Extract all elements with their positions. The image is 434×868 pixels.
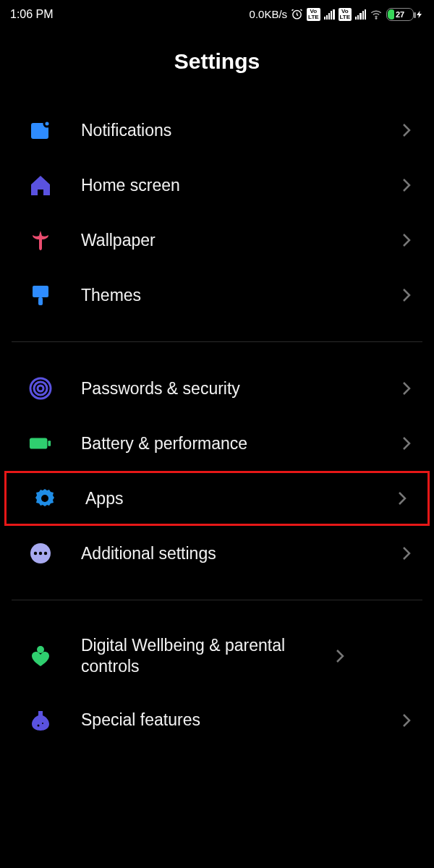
chevron-right-icon — [401, 712, 412, 729]
row-label: Passwords & security — [81, 378, 401, 399]
row-label: Apps — [85, 488, 396, 509]
svg-point-6 — [38, 386, 43, 391]
notifications-icon — [25, 119, 56, 142]
row-wallpaper[interactable]: Wallpaper — [0, 213, 434, 268]
row-label: Home screen — [81, 175, 401, 196]
home-icon — [25, 174, 56, 197]
row-themes[interactable]: Themes — [0, 268, 434, 323]
chevron-right-icon — [401, 545, 412, 562]
row-apps[interactable]: Apps — [4, 471, 430, 526]
svg-rect-4 — [33, 286, 48, 297]
svg-point-16 — [37, 646, 44, 653]
row-label: Digital Wellbeing & parental controls — [81, 635, 334, 677]
svg-rect-9 — [30, 438, 47, 448]
more-icon — [25, 542, 56, 565]
row-passwords-security[interactable]: Passwords & security — [0, 361, 434, 416]
svg-point-11 — [41, 495, 48, 502]
wifi-icon — [370, 8, 383, 21]
row-label: Themes — [81, 285, 401, 306]
status-time: 1:06 PM — [10, 8, 54, 21]
svg-rect-10 — [48, 441, 51, 446]
chevron-right-icon — [401, 122, 412, 139]
svg-point-3 — [44, 121, 50, 127]
charging-icon — [415, 9, 424, 20]
chevron-right-icon — [396, 490, 408, 507]
divider — [12, 341, 422, 342]
row-digital-wellbeing[interactable]: Digital Wellbeing & parental controls — [0, 619, 434, 693]
svg-point-18 — [42, 723, 43, 724]
row-label: Wallpaper — [81, 230, 401, 251]
svg-point-14 — [39, 552, 42, 555]
svg-point-7 — [34, 382, 47, 395]
battery-icon — [25, 432, 56, 455]
settings-section-1: Notifications Home screen Wallpaper Them… — [0, 103, 434, 323]
divider — [12, 600, 422, 600]
flask-icon — [25, 709, 56, 732]
row-label: Battery & performance — [81, 433, 401, 454]
status-net-speed: 0.0KB/s — [250, 8, 288, 20]
row-label: Special features — [81, 710, 401, 731]
row-label: Additional settings — [81, 543, 401, 564]
row-notifications[interactable]: Notifications — [0, 103, 434, 158]
signal-icon-2 — [355, 9, 366, 20]
gear-icon — [29, 487, 61, 510]
volte-icon-2: VoLTE — [339, 8, 352, 21]
chevron-right-icon — [401, 435, 412, 452]
themes-icon — [25, 284, 56, 307]
svg-rect-5 — [38, 297, 43, 305]
svg-point-13 — [34, 552, 37, 555]
heart-icon — [25, 644, 56, 668]
row-battery-performance[interactable]: Battery & performance — [0, 416, 434, 471]
chevron-right-icon — [401, 286, 412, 304]
row-additional-settings[interactable]: Additional settings — [0, 526, 434, 581]
settings-section-3: Digital Wellbeing & parental controls Sp… — [0, 619, 434, 748]
svg-point-1 — [375, 17, 377, 19]
chevron-right-icon — [401, 231, 412, 249]
alarm-icon — [291, 8, 303, 20]
chevron-right-icon — [401, 176, 412, 194]
row-special-features[interactable]: Special features — [0, 693, 434, 748]
row-home-screen[interactable]: Home screen — [0, 158, 434, 213]
wallpaper-icon — [25, 229, 56, 252]
page-title: Settings — [0, 25, 434, 103]
chevron-right-icon — [334, 647, 346, 665]
fingerprint-icon — [25, 377, 56, 400]
row-label: Notifications — [81, 120, 401, 141]
signal-icon-1 — [324, 9, 335, 20]
svg-point-17 — [38, 724, 40, 726]
chevron-right-icon — [401, 380, 412, 397]
svg-point-15 — [44, 552, 47, 555]
volte-icon-1: VoLTE — [307, 8, 320, 21]
battery-indicator: 27 — [386, 8, 424, 21]
status-bar: 1:06 PM 0.0KB/s VoLTE VoLTE 27 — [0, 0, 434, 25]
settings-section-2: Passwords & security Battery & performan… — [0, 361, 434, 581]
